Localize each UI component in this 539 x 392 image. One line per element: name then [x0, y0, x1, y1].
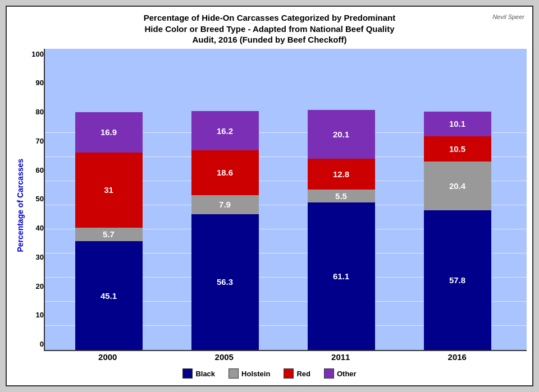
bar-segment-black: 45.1	[75, 241, 143, 350]
legend-color-other	[324, 368, 334, 379]
bar-segment-black: 57.8	[424, 210, 491, 350]
legend-item-other: Other	[324, 368, 357, 379]
bar-group: 45.15.73116.9	[70, 112, 148, 350]
bar-segment-holstein: 7.9	[191, 195, 259, 214]
x-labels: 2000200520112016	[44, 351, 527, 362]
bar: 57.820.410.510.1	[424, 112, 491, 350]
chart-title: Percentage of Hide-On Carcasses Categori…	[12, 12, 527, 45]
bar-segment-other: 16.2	[191, 111, 259, 150]
y-axis-ticks: 0102030405060708090100	[28, 49, 44, 362]
title-line2: Hide Color or Breed Type - Adapted from …	[144, 24, 394, 34]
y-tick: 90	[28, 79, 44, 87]
y-tick: 10	[28, 311, 44, 319]
legend-color-black	[182, 368, 193, 379]
x-label: 2000	[68, 352, 147, 362]
legend-item-holstein: Holstein	[229, 368, 270, 379]
y-tick: 60	[28, 166, 44, 174]
bar-segment-holstein: 20.4	[424, 162, 491, 211]
legend-item-red: Red	[284, 368, 310, 379]
bar-segment-holstein: 5.7	[75, 228, 143, 242]
x-label: 2005	[185, 352, 263, 362]
bar-segment-red: 31	[75, 153, 143, 227]
legend-label-black: Black	[195, 370, 215, 378]
bar-group: 57.820.410.510.1	[418, 112, 497, 350]
y-tick: 40	[28, 224, 44, 232]
legend-label-red: Red	[296, 370, 310, 378]
bar: 45.15.73116.9	[75, 112, 143, 350]
bar: 56.37.918.616.2	[191, 111, 259, 350]
x-label: 2016	[418, 352, 496, 362]
bars-grid: 45.15.73116.956.37.918.616.261.15.512.82…	[44, 49, 527, 352]
legend: BlackHolsteinRedOther	[12, 364, 527, 381]
y-tick: 50	[28, 195, 44, 203]
y-tick: 100	[28, 50, 44, 58]
y-axis-label: Percentage of Carcasses	[12, 49, 28, 362]
bar: 61.15.512.820.1	[308, 110, 375, 350]
y-tick: 0	[28, 340, 44, 348]
legend-label-holstein: Holstein	[241, 370, 270, 378]
bar-group: 61.15.512.820.1	[302, 110, 381, 350]
y-tick: 30	[28, 253, 44, 261]
y-tick: 70	[28, 137, 44, 145]
title-line3: Audit, 2016 (Funded by Beef Checkoff)	[192, 35, 346, 44]
bar-segment-red: 18.6	[191, 150, 259, 195]
legend-item-black: Black	[182, 368, 215, 379]
y-tick: 20	[28, 282, 44, 290]
x-label: 2011	[302, 352, 380, 362]
credit-label: Nevil Speer	[492, 13, 524, 20]
bar-group: 56.37.918.616.2	[186, 111, 264, 350]
title-line1: Percentage of Hide-On Carcasses Categori…	[144, 13, 395, 22]
bar-segment-other: 20.1	[308, 110, 375, 158]
legend-color-holstein	[229, 368, 239, 379]
bar-segment-black: 56.3	[191, 214, 259, 350]
legend-color-red	[284, 368, 294, 379]
bar-segment-holstein: 5.5	[308, 190, 375, 203]
legend-label-other: Other	[337, 370, 357, 378]
plot-area: 45.15.73116.956.37.918.616.261.15.512.82…	[44, 49, 527, 362]
y-tick: 80	[28, 108, 44, 116]
bar-segment-red: 10.5	[424, 136, 491, 162]
chart-body: Percentage of Carcasses 0102030405060708…	[12, 49, 527, 362]
bar-segment-other: 16.9	[75, 112, 143, 153]
bar-segment-other: 10.1	[424, 112, 491, 136]
bar-segment-black: 61.1	[308, 202, 375, 350]
bar-segment-red: 12.8	[308, 159, 375, 190]
chart-container: Percentage of Hide-On Carcasses Categori…	[6, 6, 533, 386]
